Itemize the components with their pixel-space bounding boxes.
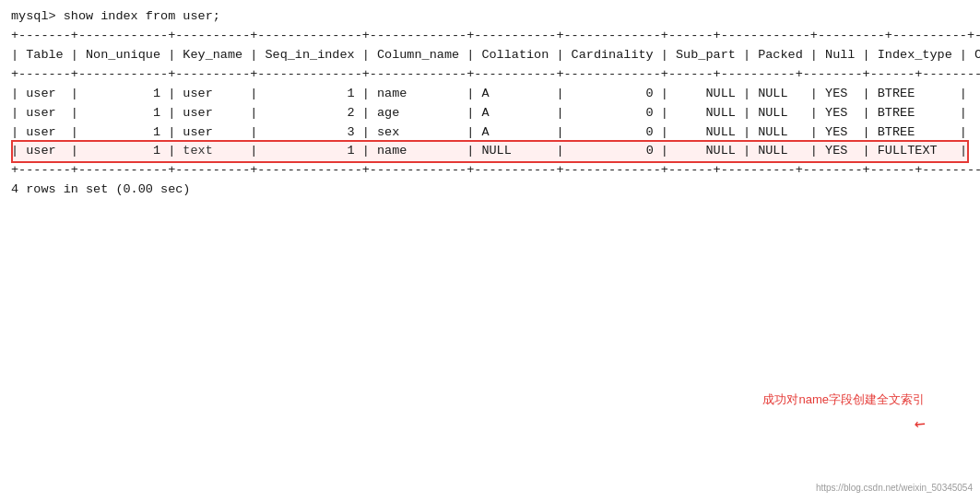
data-row-1a: | user | 1 | user | 1 | name | A | 0 | N… [11, 85, 969, 104]
separator-top: +-------+------------+----------+-------… [11, 27, 969, 46]
header-row1: | Table | Non_unique | Key_name | Seq_in… [11, 46, 969, 65]
separator-header: +-------+------------+----------+-------… [11, 65, 969, 85]
separator-bottom: +-------+------------+----------+-------… [11, 161, 969, 181]
data-row-1c: | user | 1 | user | 3 | sex | A | 0 | NU… [11, 123, 969, 143]
data-row-2a: | user | 1 | text | 1 | name | NULL | 0 … [11, 142, 969, 161]
highlighted-rows-container: | user | 1 | text | 1 | name | NULL | 0 … [11, 142, 969, 161]
annotation-text: 成功对name字段创建全文索引 [762, 391, 925, 409]
annotation-container: 成功对name字段创建全文索引 ↗ [762, 391, 925, 439]
command-line: mysql> show index from user; [11, 7, 969, 27]
watermark: https://blog.csdn.net/weixin_50345054 [816, 481, 973, 496]
data-row-1b: | user | 1 | user | 2 | age | A | 0 | NU… [11, 104, 969, 123]
sql-output: mysql> show index from user; +-------+--… [11, 7, 969, 200]
result-summary: 4 rows in set (0.00 sec) [11, 181, 969, 200]
annotation-arrow: ↗ [905, 411, 932, 439]
terminal-window: mysql> show index from user; +-------+--… [0, 0, 980, 502]
